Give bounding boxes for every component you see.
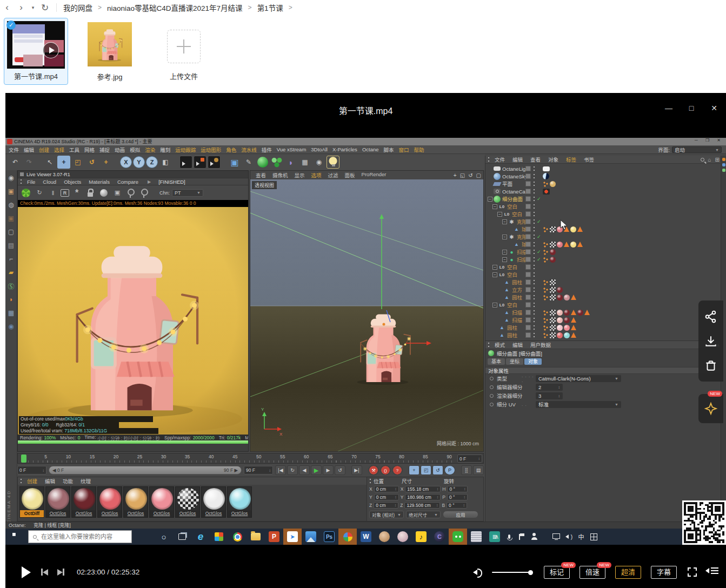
object-name[interactable]: 扫描 [517, 248, 525, 256]
layer-chip[interactable] [525, 204, 531, 209]
object-name[interactable]: 平面 [502, 180, 512, 188]
object-tags[interactable] [543, 287, 563, 293]
position-input[interactable]: 0 cm↕ [374, 502, 398, 509]
palette-icon[interactable]: ▣ [7, 214, 16, 223]
object-name[interactable]: 扫描 [512, 316, 522, 324]
timeline-ruler[interactable]: 051015202530354045505560657075808590 0 F… [17, 453, 484, 464]
live-viewer-tool-icon[interactable] [100, 189, 108, 197]
menu-item[interactable]: 编辑 [512, 341, 523, 349]
tray-icon[interactable] [552, 533, 560, 540]
play-button[interactable] [22, 566, 31, 578]
object-name[interactable]: 扫描 [517, 256, 525, 263]
object-tag-icon[interactable] [557, 242, 563, 248]
visibility-dots[interactable] [533, 325, 535, 330]
live-viewer-tool-icon[interactable] [22, 189, 30, 197]
object-tag-icon[interactable] [543, 332, 549, 338]
menu-item[interactable]: 帮助 [414, 146, 424, 153]
mark-button[interactable]: 标记NEW [544, 566, 570, 579]
layer-chip[interactable] [525, 211, 531, 217]
object-row[interactable]: − 空白 ✓ [485, 301, 722, 309]
object-tag-icon[interactable] [577, 226, 583, 232]
object-name[interactable]: OctaneCamera [502, 189, 525, 195]
toolbar-icon[interactable] [179, 156, 192, 169]
object-tag-icon[interactable] [564, 310, 570, 316]
object-tag-icon[interactable] [543, 166, 550, 171]
menu-item[interactable]: 摄像机 [272, 171, 288, 179]
menu-item[interactable]: 创建 [39, 146, 49, 153]
toolbar-icon[interactable] [257, 157, 268, 168]
object-tag-icon[interactable] [571, 310, 576, 315]
object-tag-icon[interactable] [543, 242, 549, 248]
menu-item[interactable]: 运动跟踪 [175, 146, 196, 153]
toolbar-icon[interactable]: + [57, 156, 70, 169]
menu-item[interactable]: 显示 [295, 171, 305, 179]
menu-item[interactable]: 选择 [54, 146, 64, 153]
expand-icon[interactable]: − [492, 303, 497, 308]
object-tag-icon[interactable] [564, 317, 570, 323]
object-tag-icon[interactable] [557, 295, 563, 300]
visibility-dots[interactable] [533, 295, 535, 300]
download-button[interactable] [704, 334, 718, 348]
palette-icon[interactable]: ▣ [7, 187, 16, 196]
layer-chip[interactable] [525, 332, 531, 338]
size-input[interactable]: 155.18 cm↕ [405, 486, 441, 492]
pin-button[interactable] [704, 402, 718, 416]
material-swatch[interactable]: OctGlos [201, 486, 226, 518]
expand-icon[interactable]: − [492, 204, 497, 209]
toolbar-icon[interactable]: ▦ [298, 156, 311, 169]
visibility-dots[interactable] [533, 310, 535, 315]
object-row[interactable]: − OctaneLight ✓ [485, 165, 722, 172]
menu-item[interactable]: 脚本 [384, 146, 394, 153]
menu-item[interactable]: 编辑 [24, 146, 34, 153]
toolbar-icon[interactable]: ◧ [159, 156, 172, 169]
current-frame-box[interactable]: 0 F↕ [457, 455, 482, 463]
object-tag-icon[interactable] [543, 257, 549, 263]
menu-item[interactable]: 标签 [566, 156, 576, 163]
key-circle-icon[interactable] [490, 385, 494, 389]
menu-item[interactable]: 网格 [84, 146, 95, 153]
object-tag-icon[interactable] [543, 295, 549, 300]
material-swatch[interactable]: OctGlos [175, 486, 200, 518]
viewport-nav-icon[interactable]: ↺ [468, 172, 472, 178]
c4d-window-controls[interactable]: ─ ❒ ✕ [695, 138, 724, 143]
transport-button[interactable]: |◀ [275, 465, 286, 475]
object-tag-icon[interactable] [571, 332, 576, 338]
object-tags[interactable] [543, 295, 576, 300]
visibility-dots[interactable] [533, 196, 535, 202]
menu-item[interactable]: Objects [64, 179, 81, 185]
object-row[interactable]: − 平面 ✓ [485, 180, 722, 188]
object-tag-icon[interactable] [571, 295, 576, 300]
object-row[interactable]: − 扫描 ✓ [485, 309, 722, 316]
enabled-check-icon[interactable]: ✓ [537, 234, 541, 239]
menu-item[interactable]: 查看 [530, 156, 541, 163]
layer-chip[interactable] [525, 249, 531, 255]
field-control[interactable]: Catmull-Clark(N-Gons) ▼ [536, 375, 621, 382]
object-tags[interactable] [543, 166, 550, 171]
layer-chip[interactable] [525, 272, 531, 277]
object-name[interactable]: 球 [522, 225, 525, 233]
layer-chip[interactable] [525, 219, 531, 224]
object-tags[interactable] [543, 173, 549, 179]
object-row[interactable]: − 空白 ✓ [485, 203, 722, 210]
frame-range-slider[interactable]: ◀ 0 F90 F ▶ [49, 466, 242, 475]
taskbar-app-icon[interactable] [228, 529, 247, 545]
object-tag-icon[interactable] [543, 181, 549, 187]
menu-item[interactable]: 工具 [69, 146, 79, 153]
taskbar-app-icon[interactable]: C [430, 529, 449, 545]
key-circle-icon[interactable] [490, 377, 494, 380]
object-row[interactable]: − 空白 ✓ [485, 263, 722, 271]
history-caret-icon[interactable]: ▾ [28, 5, 38, 10]
visibility-dots[interactable] [533, 234, 535, 239]
object-tags[interactable] [543, 181, 556, 187]
live-viewer-tool-icon[interactable]: ↻ [34, 188, 45, 198]
menu-item[interactable]: 查看 [256, 171, 266, 179]
palette-icon[interactable]: ▢ [7, 228, 16, 236]
toolbar-icon[interactable]: ◰ [71, 156, 84, 169]
visibility-dots[interactable] [533, 173, 535, 179]
object-name[interactable]: 空白 [507, 301, 517, 309]
layer-chip[interactable] [525, 279, 531, 285]
layer-chip[interactable] [525, 310, 531, 315]
toolbar-icon[interactable]: Z [146, 156, 158, 168]
object-tag-icon[interactable] [557, 310, 563, 316]
rotation-input[interactable]: 0 °↕ [447, 494, 468, 500]
